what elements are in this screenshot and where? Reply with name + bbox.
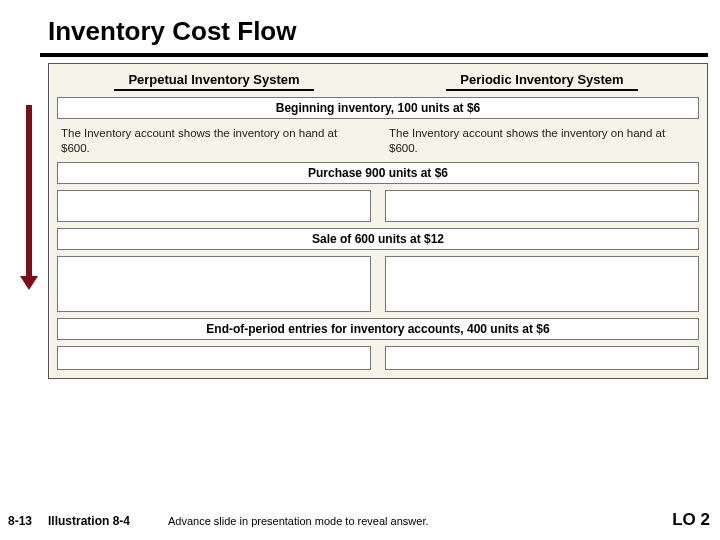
- section-beginning: Beginning inventory, 100 units at $6: [57, 97, 699, 119]
- section-purchase: Purchase 900 units at $6: [57, 162, 699, 184]
- diagram-container: Perpetual Inventory System Periodic Inve…: [48, 63, 708, 379]
- beginning-descriptions: The Inventory account shows the inventor…: [57, 124, 699, 156]
- reveal-hint: Advance slide in presentation mode to re…: [168, 515, 672, 527]
- page-title: Inventory Cost Flow: [0, 0, 720, 53]
- header-perpetual: Perpetual Inventory System: [57, 70, 371, 91]
- illustration-label: Illustration 8-4: [48, 514, 168, 528]
- purchase-answer-row: [57, 190, 699, 222]
- endperiod-answer-row: [57, 346, 699, 370]
- section-endperiod: End-of-period entries for inventory acco…: [57, 318, 699, 340]
- header-periodic-label: Periodic Inventory System: [446, 72, 637, 91]
- system-headers: Perpetual Inventory System Periodic Inve…: [57, 70, 699, 91]
- header-periodic: Periodic Inventory System: [385, 70, 699, 91]
- slide-footer: 8-13 Illustration 8-4 Advance slide in p…: [0, 510, 720, 530]
- title-rule: [40, 53, 708, 57]
- sale-periodic-box: [385, 256, 699, 312]
- beginning-desc-right: The Inventory account shows the inventor…: [385, 124, 699, 156]
- section-sale: Sale of 600 units at $12: [57, 228, 699, 250]
- endperiod-perpetual-box: [57, 346, 371, 370]
- inventory-panel: Perpetual Inventory System Periodic Inve…: [48, 63, 708, 379]
- page-number: 8-13: [0, 514, 48, 528]
- endperiod-periodic-box: [385, 346, 699, 370]
- timeline-arrow: [20, 105, 38, 290]
- purchase-perpetual-box: [57, 190, 371, 222]
- learning-objective: LO 2: [672, 510, 720, 530]
- sale-answer-row: [57, 256, 699, 312]
- sale-perpetual-box: [57, 256, 371, 312]
- header-perpetual-label: Perpetual Inventory System: [114, 72, 313, 91]
- purchase-periodic-box: [385, 190, 699, 222]
- beginning-desc-left: The Inventory account shows the inventor…: [57, 124, 371, 156]
